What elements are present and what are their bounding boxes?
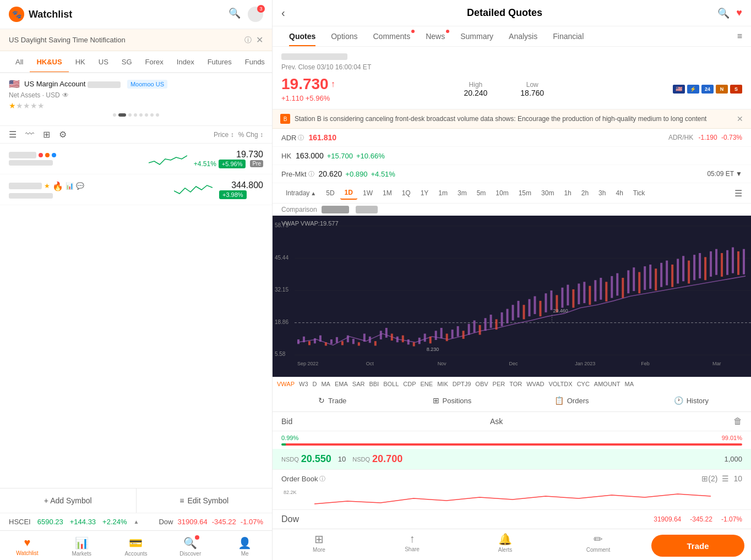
action-positions[interactable]: ⊞ Positions <box>392 391 511 411</box>
tab-all[interactable]: All <box>9 52 30 72</box>
hscei-arrow-icon[interactable]: ▲ <box>134 519 139 525</box>
time-1w[interactable]: 1W <box>358 187 377 199</box>
time-1y[interactable]: 1Y <box>416 187 433 199</box>
time-2h[interactable]: 2h <box>577 187 593 199</box>
ind-ma[interactable]: MA <box>321 381 330 387</box>
nav-accounts[interactable]: 💳 Accounts <box>109 534 164 559</box>
tab-forex[interactable]: Forex <box>139 52 170 72</box>
back-button[interactable]: ‹ <box>281 7 285 19</box>
ind-per[interactable]: PER <box>493 381 505 387</box>
ind-sar[interactable]: SAR <box>352 381 365 387</box>
ind-wvad[interactable]: WVAD <box>526 381 544 387</box>
time-1m[interactable]: 1M <box>378 187 396 199</box>
ind-tor[interactable]: TOR <box>509 381 522 387</box>
tab-funds[interactable]: Funds <box>238 52 271 72</box>
ind-obv[interactable]: OBV <box>475 381 488 387</box>
trash-icon[interactable]: 🗑 <box>733 416 742 426</box>
stock-item-2[interactable]: ★ 🔥 📊 💬 344.800 +3.98% <box>0 174 272 205</box>
time-1d[interactable]: 1D <box>340 186 357 200</box>
time-5d[interactable]: 5D <box>322 187 339 199</box>
avatar[interactable]: 3 <box>248 7 263 22</box>
price-header[interactable]: Price ↕ <box>214 131 234 139</box>
tab-news[interactable]: News <box>418 26 453 46</box>
adr-info-icon[interactable]: ⓘ <box>298 134 304 142</box>
time-5min[interactable]: 5m <box>472 187 491 199</box>
order-book-info-icon[interactable]: ⓘ <box>319 475 325 483</box>
chart-area[interactable]: VWAP VWAP:19.577 58.73 45.44 32.15 18.86… <box>273 216 751 377</box>
nav-watchlist[interactable]: ♥ Watchlist <box>0 534 55 559</box>
action-history[interactable]: 🕐 History <box>632 391 751 411</box>
chart-list-icon[interactable]: ☰ <box>734 188 742 199</box>
ind-d[interactable]: D <box>313 381 317 387</box>
ind-cdp[interactable]: CDP <box>403 381 416 387</box>
favorite-icon[interactable]: ♥ <box>736 7 742 19</box>
rnav-comment[interactable]: ✏ Comment <box>552 532 645 559</box>
rnav-alerts[interactable]: 🔔 Alerts <box>459 532 552 559</box>
ind-amount[interactable]: AMOUNT <box>594 381 621 387</box>
time-4h[interactable]: 4h <box>611 187 627 199</box>
edit-symbol-button[interactable]: ≡ Edit Symbol <box>137 488 273 513</box>
time-1q[interactable]: 1Q <box>398 187 415 199</box>
pre-mkt-time[interactable]: 05:09 ET ▼ <box>707 170 742 178</box>
tab-futures[interactable]: Futures <box>201 52 238 72</box>
comparison-tag-1[interactable] <box>322 206 349 213</box>
time-3min[interactable]: 3m <box>453 187 471 199</box>
list-view-icon[interactable]: ☰ <box>9 129 17 140</box>
tab-summary[interactable]: Summary <box>453 26 501 46</box>
action-orders[interactable]: 📋 Orders <box>512 391 632 411</box>
time-3h[interactable]: 3h <box>594 187 610 199</box>
search-icon[interactable]: 🔍 <box>228 7 241 20</box>
add-symbol-button[interactable]: + Add Symbol <box>0 488 137 513</box>
comparison-tag-2[interactable] <box>356 206 378 213</box>
time-tick[interactable]: Tick <box>629 187 650 199</box>
ind-w3[interactable]: W3 <box>299 381 308 387</box>
tab-comments[interactable]: Comments <box>365 26 418 46</box>
time-1h[interactable]: 1h <box>559 187 575 199</box>
ind-cyc[interactable]: CYC <box>577 381 590 387</box>
tab-analysis[interactable]: Analysis <box>501 26 545 46</box>
ind-voltdx[interactable]: VOLTDX <box>548 381 572 387</box>
tab-hkus[interactable]: HK&US <box>30 52 68 73</box>
ind-vwap[interactable]: VWAP <box>277 381 295 387</box>
settings-icon[interactable]: ⚙ <box>59 129 67 140</box>
tab-more-icon[interactable]: ≡ <box>271 51 272 72</box>
notification-close-icon[interactable]: ✕ <box>256 35 263 45</box>
quotes-tab-more-icon[interactable]: ≡ <box>737 31 742 41</box>
trend-icon[interactable]: 〰 <box>25 129 34 140</box>
action-trade[interactable]: ↻ Trade <box>273 391 392 411</box>
search-right-icon[interactable]: 🔍 <box>717 7 730 19</box>
tab-index[interactable]: Index <box>170 52 201 72</box>
ob-grid-icon[interactable]: ⊞(2) <box>701 474 717 483</box>
ind-mik[interactable]: MIK <box>437 381 448 387</box>
ind-ema[interactable]: EMA <box>335 381 348 387</box>
trade-button[interactable]: Trade <box>651 535 744 557</box>
time-intraday[interactable]: Intraday ▲ <box>281 187 320 199</box>
tab-quotes[interactable]: Quotes <box>281 26 323 46</box>
time-1min[interactable]: 1m <box>434 187 452 199</box>
time-15min[interactable]: 15m <box>514 187 536 199</box>
nav-discover[interactable]: 🔍 Discover <box>163 534 217 559</box>
ind-boll[interactable]: BOLL <box>383 381 399 387</box>
grid-icon[interactable]: ⊞ <box>43 129 50 140</box>
nav-markets[interactable]: 📊 Markets <box>55 534 109 559</box>
time-10min[interactable]: 10m <box>491 187 513 199</box>
nav-me[interactable]: 👤 Me <box>217 534 272 559</box>
news-close-icon[interactable]: ✕ <box>737 114 743 123</box>
stock-item-1[interactable]: 19.730 +4.51% +5.96% Pre <box>0 144 272 174</box>
rnav-share[interactable]: ↑ Share <box>366 532 459 559</box>
ind-ene[interactable]: ENE <box>421 381 433 387</box>
tab-hk[interactable]: HK <box>69 52 92 72</box>
tab-financial[interactable]: Financial <box>545 26 591 46</box>
ind-dptj9[interactable]: DPTJ9 <box>453 381 471 387</box>
notification-info-icon[interactable]: ⓘ <box>244 35 252 45</box>
ind-ma2[interactable]: MA <box>625 381 634 387</box>
pct-chg-header[interactable]: % Chg ↕ <box>238 131 263 139</box>
net-assets-eye-icon[interactable]: 👁 <box>62 91 69 99</box>
tab-options[interactable]: Options <box>323 26 365 46</box>
pre-mkt-info-icon[interactable]: ⓘ <box>308 170 314 178</box>
rnav-more[interactable]: ⊞ More <box>273 532 366 559</box>
tab-us[interactable]: US <box>92 52 115 72</box>
ob-list-icon[interactable]: ☰ <box>722 474 729 483</box>
ind-bbi[interactable]: BBI <box>369 381 379 387</box>
time-30min[interactable]: 30m <box>537 187 558 199</box>
